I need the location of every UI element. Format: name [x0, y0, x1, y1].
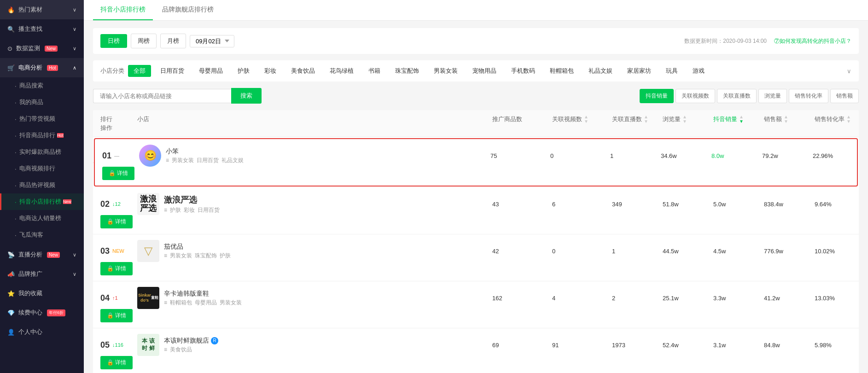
sidebar-subitem-hot-goods-video[interactable]: · 热门带货视频 — [0, 111, 84, 127]
search-input[interactable] — [93, 89, 231, 103]
metric-tab-conversion[interactable]: 销售转化率 — [789, 89, 828, 103]
chevron-icon: ∨ — [73, 46, 76, 52]
detail-button[interactable]: 🔒 详情 — [100, 309, 133, 322]
cat-btn-flowers[interactable]: 花鸟绿植 — [324, 65, 359, 77]
cat-btn-food-drink[interactable]: 美食饮品 — [285, 65, 320, 77]
col-views[interactable]: 浏览量 ▲▼ — [663, 115, 713, 124]
chevron-icon: ∨ — [73, 271, 76, 277]
search-icon: 🔍 — [7, 26, 15, 33]
main-content: 抖音小店排行榜 品牌旗舰店排行榜 日榜 周榜 月榜 09月02日 数据更新时间：… — [84, 0, 868, 373]
table: 排行 小店 推广商品数 关联视频数 ▲▼ 关联直播数 ▲▼ 浏览量 ▲▼ 抖音销… — [93, 110, 859, 373]
metric-tab-views[interactable]: 浏览量 — [758, 89, 787, 103]
detail-button[interactable]: 🔒 详情 — [100, 215, 133, 228]
category-more-btn[interactable]: ∨ — [847, 68, 851, 75]
tab-tiktok-shop-rank[interactable]: 抖音小店排行榜 — [93, 0, 153, 20]
rank-change: ↓116 — [112, 342, 123, 348]
sidebar-subitem-fly-taobao[interactable]: · 飞瓜淘客 — [0, 227, 84, 243]
col-sales-amount[interactable]: 销售额 ▲▼ — [764, 115, 815, 124]
cat-btn-books[interactable]: 书籍 — [363, 65, 386, 77]
sidebar-item-personal[interactable]: 👤 个人中心 — [0, 322, 84, 342]
table-row: 01 — 😊 小笨 ≡ 男装女装 日用百货 礼品文娱 — [94, 138, 858, 186]
cat-btn-home-deco[interactable]: 家居家坊 — [622, 65, 657, 77]
tag-item: 鞋帽箱包 — [170, 299, 192, 307]
sort-icon-related-live: ▲▼ — [644, 115, 648, 124]
weekly-btn[interactable]: 周榜 — [131, 34, 157, 48]
promo-count-value: 162 — [492, 295, 552, 302]
rank-number: 01 — [102, 151, 111, 161]
conversion-value: 13.03% — [815, 295, 851, 302]
col-related-live[interactable]: 关联直播数 ▲▼ — [612, 115, 663, 124]
tabs-bar: 抖音小店排行榜 品牌旗舰店排行榜 — [84, 0, 868, 21]
date-select[interactable]: 09月02日 — [190, 35, 234, 47]
metric-tab-related-live[interactable]: 关联直播数 — [717, 89, 757, 103]
content-area: 日榜 周榜 月榜 09月02日 数据更新时间：2020-09-03 14:00 … — [84, 21, 868, 373]
new-badge: New — [63, 199, 71, 204]
sidebar-item-anchor-search[interactable]: 🔍 播主查找 ∨ — [0, 19, 84, 39]
sidebar-item-ecom-analysis[interactable]: 🛒 电商分析 Hot ∧ — [0, 58, 84, 77]
col-related-videos[interactable]: 关联视频数 ▲▼ — [552, 115, 612, 124]
sidebar-item-brand-promo[interactable]: 📣 品牌推广 ∨ — [0, 264, 84, 284]
metric-tab-tiktok-sales[interactable]: 抖音销量 — [640, 89, 674, 103]
tag-item: 礼品文娱 — [221, 157, 244, 164]
sidebar-subitem-realtime-explode[interactable]: · 实时爆款商品榜 — [0, 144, 84, 160]
cat-btn-all[interactable]: 全部 — [128, 65, 151, 77]
daily-btn[interactable]: 日榜 — [100, 34, 127, 48]
sidebar-subitem-product-review[interactable]: · 商品热评视频 — [0, 177, 84, 193]
tiktok-sales-value: 4.5w — [713, 248, 764, 255]
tag-item: 护肤 — [170, 206, 181, 214]
sidebar-subitem-tiktok-shop-rank[interactable]: · 抖音小店排行榜 New — [0, 193, 84, 210]
cat-btn-toys[interactable]: 玩具 — [660, 65, 683, 77]
sidebar-item-live-analysis[interactable]: 📡 直播分析 New ∨ — [0, 245, 84, 264]
sidebar: 🔥 热门素材 ∨ 🔍 播主查找 ∨ ⊙ 数据监测 New ∨ 🛒 电商分析 Ho… — [0, 0, 84, 373]
shop-logo: Sinkardo's童鞋 — [137, 287, 159, 309]
help-link[interactable]: ⑦如何发现高转化的抖音小店？ — [774, 37, 851, 45]
renewal-badge: 年付6折 — [47, 309, 65, 316]
tag-item: 母婴用品 — [195, 299, 217, 307]
related-videos-value: 4 — [552, 295, 612, 302]
detail-button[interactable]: 🔒 详情 — [100, 262, 133, 275]
dot-icon: · — [15, 99, 17, 106]
views-value: 44.5w — [663, 248, 713, 255]
col-tiktok-sales[interactable]: 抖音销量 ▲▼ — [713, 115, 764, 124]
cat-btn-mens-womens[interactable]: 男装女装 — [428, 65, 463, 77]
cat-btn-makeup[interactable]: 彩妆 — [259, 65, 282, 77]
live-icon: 📡 — [7, 251, 15, 258]
sidebar-item-hot-material[interactable]: 🔥 热门素材 ∨ — [0, 0, 84, 19]
col-conversion[interactable]: 销售转化率 ▲▼ — [815, 115, 851, 124]
cat-btn-shoes-bags[interactable]: 鞋帽箱包 — [544, 65, 579, 77]
cat-btn-daily-goods[interactable]: 日用百货 — [155, 65, 190, 77]
metric-tabs: 抖音销量 关联视频数 关联直播数 浏览量 销售转化率 销售额 — [640, 89, 859, 103]
monthly-btn[interactable]: 月榜 — [160, 34, 186, 48]
sidebar-item-my-collection[interactable]: ⭐ 我的收藏 — [0, 284, 84, 303]
sidebar-subitem-my-products[interactable]: · 我的商品 — [0, 94, 84, 111]
detail-button[interactable]: 🔒 详情 — [102, 167, 134, 180]
conversion-value: 22.96% — [813, 152, 850, 159]
shop-name: 辛卡迪韩版童鞋 — [164, 290, 242, 298]
tiktok-sales-value: 3.3w — [713, 295, 764, 302]
related-videos-value: 0 — [552, 248, 612, 255]
tab-brand-flagship-rank[interactable]: 品牌旗舰店排行榜 — [155, 0, 221, 20]
cat-btn-pet-goods[interactable]: 宠物用品 — [467, 65, 502, 77]
tag-icon: ≡ — [164, 346, 167, 353]
detail-button[interactable]: 🔒 详情 — [100, 356, 133, 369]
metric-tab-related-videos[interactable]: 关联视频数 — [676, 89, 715, 103]
cat-btn-games[interactable]: 游戏 — [687, 65, 710, 77]
search-button[interactable]: 搜索 — [231, 88, 262, 104]
rank-change: NEW — [112, 248, 124, 254]
cat-btn-gifts-ent[interactable]: 礼品文娱 — [583, 65, 618, 77]
sidebar-item-data-monitor[interactable]: ⊙ 数据监测 New ∨ — [0, 39, 84, 58]
cat-btn-phone-digital[interactable]: 手机数码 — [506, 65, 541, 77]
shop-cell: 激浪严选 ≡ 护肤 彩妆 日用百货 — [164, 194, 220, 214]
sales-amount-value: 84.8w — [764, 342, 815, 349]
sidebar-item-renewal[interactable]: 💎 续费中心 年付6折 — [0, 303, 84, 322]
cat-btn-jewelry[interactable]: 珠宝配饰 — [390, 65, 425, 77]
sidebar-subitem-product-search[interactable]: · 商品搜索 — [0, 77, 84, 94]
metric-tab-sales-amount[interactable]: 销售额 — [830, 89, 859, 103]
cat-btn-mother-baby[interactable]: 母婴用品 — [193, 65, 228, 77]
cat-btn-skincare[interactable]: 护肤 — [232, 65, 255, 77]
sidebar-subitem-tiktok-goods-rank[interactable]: · 抖音商品排行 Hot — [0, 127, 84, 144]
sidebar-subitem-ecom-talent-rank[interactable]: · 电商达人销量榜 — [0, 210, 84, 227]
action-cell: 🔒 详情 — [102, 167, 139, 180]
sidebar-subitem-ecom-video-rank[interactable]: · 电商视频排行 — [0, 160, 84, 177]
tiktok-sales-value: 3.1w — [713, 342, 764, 349]
